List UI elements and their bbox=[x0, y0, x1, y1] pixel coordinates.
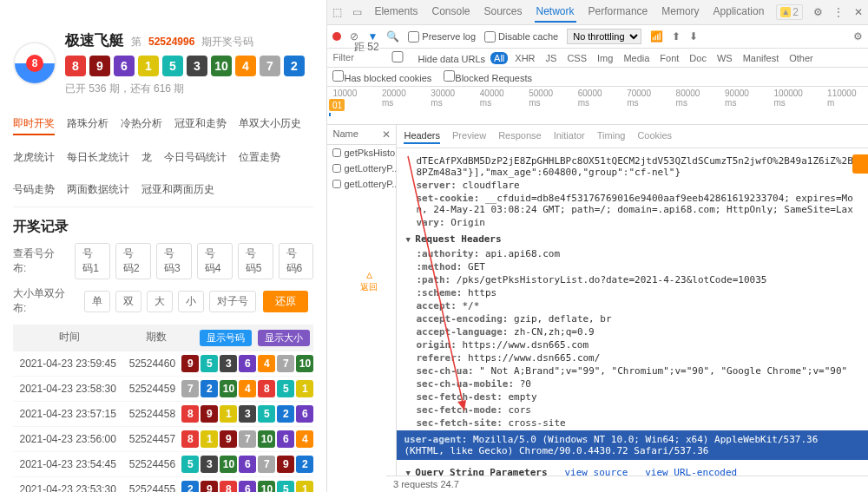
timeline-tick: 70000 ms bbox=[627, 89, 661, 122]
result-ball: 8 bbox=[258, 380, 275, 397]
analysis-tab[interactable]: 两面数据统计 bbox=[67, 180, 129, 200]
blocked-requests-checkbox[interactable]: Blocked Requests bbox=[444, 70, 532, 83]
result-ball: 5 bbox=[181, 456, 199, 473]
analysis-tab[interactable]: 路珠分析 bbox=[67, 114, 108, 135]
hide-data-urls-checkbox[interactable]: Hide data URLs bbox=[378, 51, 485, 64]
request-item[interactable]: getPksHisto... bbox=[327, 145, 396, 161]
close-devtools-icon[interactable]: ✕ bbox=[854, 6, 863, 18]
detail-tab[interactable]: Cookies bbox=[637, 128, 672, 144]
request-item[interactable]: getLotteryP... bbox=[327, 176, 396, 192]
filter-chip[interactable]: 号码1 bbox=[75, 243, 110, 279]
warnings-badge[interactable]: ▲2 bbox=[776, 4, 803, 20]
result-ball: 3 bbox=[220, 355, 237, 372]
inspect-icon[interactable]: ⬚ bbox=[332, 6, 342, 18]
cell-issue: 52524460 bbox=[122, 358, 181, 370]
table-row: 2021-04-23 23:57:15525244588913526 bbox=[13, 402, 313, 427]
import-icon[interactable]: ⬆ bbox=[672, 30, 681, 43]
cell-issue: 52524458 bbox=[122, 408, 181, 420]
devtools-tab[interactable]: Console bbox=[430, 2, 471, 23]
has-blocked-cookies-checkbox[interactable]: Has blocked cookies bbox=[332, 70, 431, 83]
lottery-logo-icon bbox=[13, 42, 56, 85]
devtools-tab[interactable]: Memory bbox=[660, 2, 700, 23]
show-size-button[interactable]: 显示大小 bbox=[258, 330, 310, 346]
devtools-tab[interactable]: Application bbox=[712, 2, 766, 23]
analysis-tab[interactable]: 即时开奖 bbox=[13, 114, 55, 135]
filter-chip[interactable]: 双 bbox=[115, 291, 141, 312]
detail-tab[interactable]: Preview bbox=[452, 128, 486, 144]
restore-button[interactable]: 还原 bbox=[263, 291, 308, 312]
network-conditions-icon[interactable]: 📶 bbox=[650, 30, 663, 43]
filter-chip[interactable]: 号码2 bbox=[115, 243, 151, 279]
type-filter-pill[interactable]: All bbox=[490, 52, 508, 64]
detail-tab[interactable]: Headers bbox=[404, 128, 440, 144]
analysis-tab[interactable]: 龙 bbox=[141, 148, 152, 167]
type-filter-pill[interactable]: XHR bbox=[511, 52, 538, 64]
network-settings-icon[interactable]: ⚙ bbox=[853, 30, 863, 43]
detail-tab[interactable]: Response bbox=[498, 128, 542, 144]
request-item[interactable]: getLotteryP... bbox=[327, 161, 396, 176]
filter-chip[interactable]: 大 bbox=[147, 291, 173, 312]
type-filter-pill[interactable]: CSS bbox=[563, 52, 590, 64]
show-number-button[interactable]: 显示号码 bbox=[200, 330, 252, 346]
result-ball: 3 bbox=[201, 456, 218, 473]
type-filter-pill[interactable]: WS bbox=[713, 52, 736, 64]
lottery-panel: 极速飞艇 第 52524996 期开奖号码 89615310472 已开 536… bbox=[0, 0, 326, 492]
name-column-header[interactable]: Name bbox=[332, 128, 358, 141]
analysis-tab[interactable]: 每日长龙统计 bbox=[67, 148, 129, 167]
devtools-tab[interactable]: Elements bbox=[372, 2, 419, 23]
filter-chip[interactable]: 小 bbox=[178, 291, 204, 312]
analysis-tab[interactable]: 冠亚和走势 bbox=[174, 114, 227, 135]
user-agent-header[interactable]: user-agent: Mozilla/5.0 (Windows NT 10.0… bbox=[397, 430, 868, 460]
analysis-tab[interactable]: 单双大小历史 bbox=[239, 114, 301, 135]
result-ball: 7 bbox=[260, 56, 280, 76]
type-filter-pill[interactable]: Doc bbox=[686, 52, 710, 64]
filter-chip[interactable]: 号码3 bbox=[156, 243, 192, 279]
filter-chip[interactable]: 号码5 bbox=[238, 243, 273, 279]
cell-issue: 52524459 bbox=[122, 383, 181, 395]
device-toggle-icon[interactable]: ▭ bbox=[352, 6, 362, 18]
filter-chip[interactable]: 对子号 bbox=[209, 291, 256, 312]
result-ball: 9 bbox=[220, 430, 237, 448]
type-filter-pill[interactable]: Media bbox=[620, 52, 653, 64]
settings-icon[interactable]: ⚙ bbox=[813, 6, 823, 18]
disable-cache-checkbox[interactable]: Disable cache bbox=[484, 31, 558, 43]
header-row: sec-fetch-site: cross-site bbox=[416, 417, 859, 429]
analysis-tab[interactable]: 今日号码统计 bbox=[164, 148, 227, 167]
analysis-tab[interactable]: 位置走势 bbox=[239, 148, 280, 167]
filter-size-label: 大小单双分布: bbox=[13, 286, 77, 316]
analysis-tab[interactable]: 冷热分析 bbox=[121, 114, 162, 135]
result-ball: 2 bbox=[296, 456, 313, 473]
close-list-icon[interactable]: ✕ bbox=[382, 128, 391, 141]
analysis-tab[interactable]: 龙虎统计 bbox=[13, 148, 55, 167]
export-icon[interactable]: ⬇ bbox=[689, 30, 698, 43]
detail-tab[interactable]: Timing bbox=[597, 128, 626, 144]
more-icon[interactable]: ⋮ bbox=[833, 6, 844, 18]
header-row: :path: /pks/getPksHistoryList.do?date=20… bbox=[416, 274, 859, 285]
side-tag-icon[interactable] bbox=[852, 154, 868, 174]
filter-chip[interactable]: 号码4 bbox=[197, 243, 233, 279]
devtools-tab[interactable]: Performance bbox=[587, 2, 650, 23]
devtools-tab[interactable]: Network bbox=[535, 2, 576, 23]
filter-chip[interactable]: 单 bbox=[84, 291, 110, 312]
waterfall-timeline[interactable]: 01 10000 ms20000 ms30000 ms40000 ms50000… bbox=[327, 87, 868, 125]
devtools-tab[interactable]: Sources bbox=[483, 2, 524, 23]
result-ball: 10 bbox=[211, 56, 232, 76]
filter-chip[interactable]: 号码6 bbox=[279, 243, 314, 279]
analysis-tab[interactable]: 号码走势 bbox=[13, 180, 55, 200]
analysis-tab[interactable]: 冠亚和两面历史 bbox=[141, 180, 214, 200]
cell-time: 2021-04-23 23:53:30 bbox=[13, 483, 122, 492]
search-icon[interactable]: 🔍 bbox=[386, 30, 399, 43]
cell-issue: 52524455 bbox=[122, 483, 181, 492]
detail-tab[interactable]: Initiator bbox=[554, 128, 585, 144]
record-icon[interactable] bbox=[332, 32, 341, 41]
type-filter-pill[interactable]: JS bbox=[542, 52, 561, 64]
type-filter-pill[interactable]: Manifest bbox=[740, 52, 783, 64]
preserve-log-checkbox[interactable]: Preserve log bbox=[408, 31, 476, 43]
throttling-select[interactable]: No throttling bbox=[567, 29, 641, 44]
timeline-tick: 40000 ms bbox=[480, 89, 515, 122]
type-filter-pill[interactable]: Other bbox=[786, 52, 817, 64]
type-filter-pill[interactable]: Img bbox=[594, 52, 616, 64]
type-filter-pill[interactable]: Font bbox=[656, 52, 682, 64]
result-ball: 4 bbox=[239, 380, 256, 397]
request-headers-section[interactable]: Request Headers bbox=[405, 233, 859, 245]
